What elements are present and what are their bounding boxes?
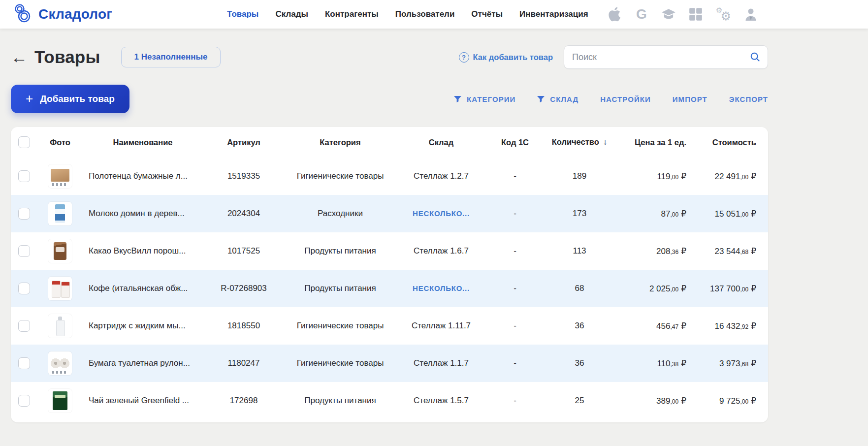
nav-item-polzovateli[interactable]: Пользователи (395, 9, 455, 19)
row-checkbox[interactable] (18, 170, 30, 182)
product-name: Молоко домин в дерев... (83, 209, 203, 219)
total-cost-cell: 23 544,68₽ (689, 246, 768, 256)
quantity-cell: 68 (544, 284, 615, 293)
product-sku: 1519335 (203, 171, 285, 181)
help-link-label: Как добавить товар (473, 53, 553, 62)
row-checkbox[interactable] (18, 208, 30, 220)
row-checkbox[interactable] (18, 245, 30, 257)
page-header: ← Товары 1 Незаполненные ? Как добавить … (11, 44, 768, 70)
settings-link[interactable]: НАСТРОЙКИ (600, 95, 651, 103)
education-cap-icon[interactable] (661, 7, 676, 22)
search-box (564, 45, 768, 69)
table-row[interactable]: Полотенца бумажные л... 1519335 Гигиенич… (11, 158, 768, 195)
total-cost-cell: 15 051,00₽ (689, 209, 768, 219)
categories-filter[interactable]: КАТЕГОРИИ (454, 95, 515, 103)
product-sku: 1017525 (203, 246, 285, 256)
col-category: Категория (285, 138, 396, 147)
code-1c-cell: - (486, 171, 544, 181)
quantity-cell: 36 (544, 358, 615, 368)
account-icon[interactable] (743, 7, 758, 22)
ruble-sign: ₽ (751, 321, 756, 331)
sort-descending-icon[interactable]: ↓ (603, 137, 608, 147)
unit-price-cell: 456,47₽ (615, 321, 689, 331)
product-category: Гигиенические товары (285, 358, 396, 368)
quantity-cell: 25 (544, 396, 615, 406)
funnel-icon (537, 96, 545, 103)
multiple-warehouses-link[interactable]: НЕСКОЛЬКО... (413, 284, 470, 292)
apps-grid-icon[interactable] (688, 7, 703, 22)
product-name: Чай зеленый Greenfield ... (83, 396, 203, 406)
table-row[interactable]: Бумага туалетная рулон... 1180247 Гигиен… (11, 345, 768, 382)
unit-price-cell: 2 025,00₽ (615, 284, 689, 294)
settings-gears-icon[interactable]: ⚙⚙ (715, 6, 731, 22)
row-checkbox[interactable] (18, 395, 30, 407)
unit-price-cell: 208,36₽ (615, 246, 689, 256)
search-input[interactable] (572, 52, 750, 63)
skladolog-logo-icon (13, 3, 33, 26)
code-1c-cell: - (486, 246, 544, 256)
product-sku: 2024304 (203, 209, 285, 219)
nav-item-kontragenty[interactable]: Контрагенты (325, 9, 379, 19)
google-icon[interactable]: G (634, 7, 649, 22)
warehouse-cell: Стеллаж 1.2.7 (396, 171, 486, 181)
row-checkbox[interactable] (18, 320, 30, 332)
search-icon[interactable] (750, 52, 761, 63)
main-nav: Товары Склады Контрагенты Пользователи О… (227, 9, 588, 19)
unfilled-badge-button[interactable]: 1 Незаполненные (121, 47, 221, 67)
ruble-sign: ₽ (751, 284, 756, 293)
nav-item-inventarizaciya[interactable]: Инвентаризация (519, 9, 588, 19)
table-row[interactable]: Картридж с жидким мы... 1818550 Гигиенич… (11, 307, 768, 345)
add-product-button[interactable]: + Добавить товар (11, 85, 129, 113)
table-header-row: Фото Наименование Артикул Категория Скла… (11, 127, 768, 158)
table-toolbar: КАТЕГОРИИ СКЛАД НАСТРОЙКИ ИМПОРТ ЭКСПОРТ (454, 95, 768, 103)
how-to-add-help-link[interactable]: ? Как добавить товар (459, 52, 553, 63)
nav-item-otchety[interactable]: Отчёты (471, 9, 503, 19)
select-all-checkbox[interactable] (18, 136, 30, 148)
total-cost-cell: 137 700,00₽ (689, 284, 768, 294)
quantity-cell: 189 (544, 171, 615, 181)
quantity-cell: 173 (544, 209, 615, 219)
total-cost-cell: 22 491,00₽ (689, 171, 768, 182)
table-row[interactable]: Чай зеленый Greenfield ... 172698 Продук… (11, 382, 768, 419)
apple-icon[interactable] (607, 7, 622, 22)
product-category: Расходники (285, 209, 396, 219)
total-cost-cell: 3 973,68₽ (689, 358, 768, 369)
product-sku: 1180247 (203, 358, 285, 368)
import-link[interactable]: ИМПОРТ (673, 95, 707, 103)
product-name: Кофе (итальянская обж... (83, 284, 203, 293)
total-cost-cell: 9 725,00₽ (689, 396, 768, 406)
brand-logo[interactable]: Складолог (13, 3, 112, 26)
product-photo (48, 277, 72, 300)
multiple-warehouses-link[interactable]: НЕСКОЛЬКО... (413, 209, 470, 218)
total-cost-cell: 16 432,92₽ (689, 321, 768, 331)
back-arrow-icon[interactable]: ← (11, 49, 28, 65)
ruble-sign: ₽ (751, 209, 756, 219)
quantity-cell: 113 (544, 246, 615, 256)
ruble-sign: ₽ (681, 359, 686, 368)
product-sku: 172698 (203, 396, 285, 406)
product-photo (48, 351, 72, 375)
product-category: Продукты питания (285, 246, 396, 256)
unit-price-cell: 389,00₽ (615, 396, 689, 406)
export-link[interactable]: ЭКСПОРТ (729, 95, 768, 103)
table-row[interactable]: Кофе (итальянская обж... R-07268903 Прод… (11, 270, 768, 307)
warehouse-filter[interactable]: СКЛАД (537, 95, 579, 103)
product-category: Продукты питания (285, 284, 396, 293)
col-sku: Артикул (203, 138, 285, 147)
product-photo (48, 164, 72, 188)
row-checkbox[interactable] (18, 283, 30, 294)
unit-price-cell: 119,00₽ (615, 171, 689, 182)
table-row[interactable]: Молоко домин в дерев... 2024304 Расходни… (11, 195, 768, 232)
nav-item-sklady[interactable]: Склады (275, 9, 308, 19)
table-row[interactable]: Какао ВкусВилл порош... 1017525 Продукты… (11, 232, 768, 270)
product-name: Бумага туалетная рулон... (83, 358, 203, 368)
row-checkbox[interactable] (18, 357, 30, 369)
ruble-sign: ₽ (681, 396, 686, 406)
unit-price-cell: 110,38₽ (615, 358, 689, 369)
ruble-sign: ₽ (681, 284, 686, 293)
warehouse-cell: Стеллаж 1.1.7 (396, 358, 486, 368)
nav-item-tovary[interactable]: Товары (227, 9, 258, 19)
ruble-sign: ₽ (751, 359, 756, 368)
ruble-sign: ₽ (681, 321, 686, 331)
add-product-label: Добавить товар (40, 94, 115, 104)
